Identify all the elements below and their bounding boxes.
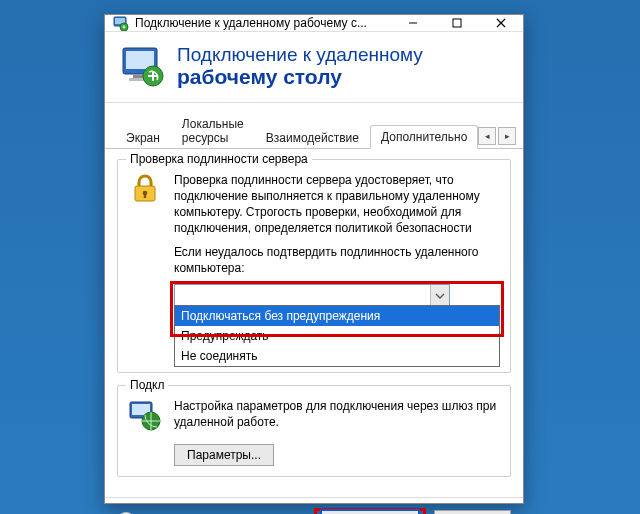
auth-action-combobox-list: Подключаться без предупреждения Предупре…	[174, 305, 500, 367]
gateway-group: Подкл Настройка параметров для подключен…	[117, 385, 511, 477]
minimize-button[interactable]	[391, 15, 435, 31]
window-title: Подключение к удаленному рабочему с...	[135, 16, 391, 30]
window-controls	[391, 15, 523, 31]
tab-strip: Экран Локальные ресурсы Взаимодействие Д…	[105, 103, 523, 149]
dialog-title: Подключение к удаленному рабочему столу	[177, 44, 423, 88]
titlebar[interactable]: Подключение к удаленному рабочему с...	[105, 15, 523, 32]
tab-page-advanced: Проверка подлинности сервера Проверка по…	[105, 149, 523, 497]
tab-scroll-right-icon[interactable]: ▸	[498, 127, 516, 145]
connect-button[interactable]: Подключить	[320, 509, 420, 514]
dialog-header: Подключение к удаленному рабочему столу	[105, 32, 523, 103]
svg-rect-11	[144, 193, 146, 198]
server-auth-group: Проверка подлинности сервера Проверка по…	[117, 159, 511, 373]
maximize-button[interactable]	[435, 15, 479, 31]
combo-option-connect-no-warn[interactable]: Подключаться без предупреждения	[175, 306, 499, 326]
tab-local-resources[interactable]: Локальные ресурсы	[171, 112, 255, 149]
rdp-logo-icon	[119, 42, 167, 90]
tab-experience[interactable]: Взаимодействие	[255, 126, 370, 149]
server-auth-desc: Проверка подлинности сервера удостоверяе…	[174, 172, 500, 236]
dialog-title-line2: рабочему столу	[177, 66, 423, 88]
chevron-down-icon[interactable]	[430, 285, 449, 307]
close-button[interactable]	[479, 15, 523, 31]
dialog-footer: ▴ Скрыть параметры Подключить Справка	[105, 497, 523, 514]
tab-display[interactable]: Экран	[115, 126, 171, 149]
help-button[interactable]: Справка	[434, 510, 511, 514]
combo-option-do-not-connect[interactable]: Не соединять	[175, 346, 499, 366]
server-auth-title: Проверка подлинности сервера	[126, 152, 312, 166]
gateway-desc: Настройка параметров для подключения чер…	[174, 398, 500, 430]
gateway-title: Подкл	[126, 378, 168, 392]
dialog-title-line1: Подключение к удаленному	[177, 44, 423, 66]
combo-option-warn[interactable]: Предупреждать	[175, 326, 499, 346]
tab-scroll-left-icon[interactable]: ◂	[478, 127, 496, 145]
globe-monitor-icon	[128, 398, 166, 466]
tab-scroll: ◂ ▸	[478, 127, 516, 145]
lock-icon	[128, 172, 166, 308]
tutorial-highlight-connect: Подключить	[314, 508, 426, 514]
svg-rect-3	[453, 19, 461, 27]
gateway-settings-button[interactable]: Параметры...	[174, 444, 274, 466]
rdp-dialog: Подключение к удаленному рабочему с...	[104, 14, 524, 504]
rdp-app-icon	[113, 15, 129, 31]
tab-advanced[interactable]: Дополнительно	[370, 125, 478, 149]
server-auth-prompt: Если неудалось подтвердить подлинность у…	[174, 244, 500, 276]
